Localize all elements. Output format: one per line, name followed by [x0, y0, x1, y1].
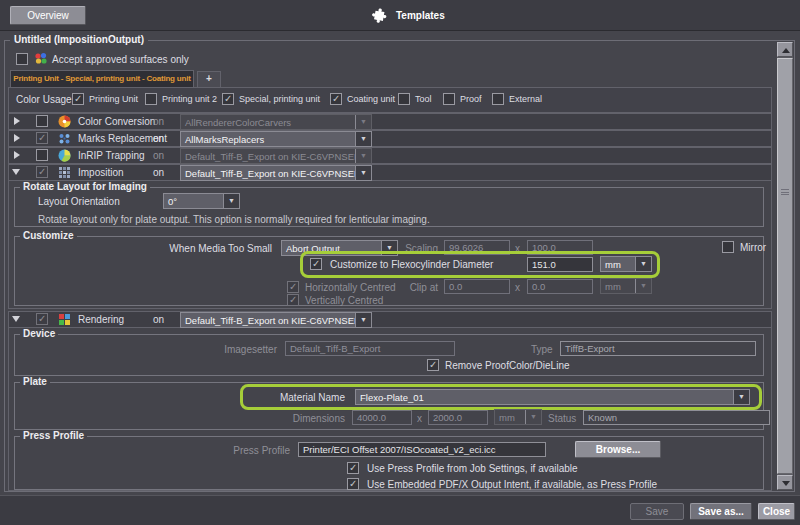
color-usage-tool-checkbox[interactable]: [398, 93, 410, 105]
vertically-centred-label: Vertically Centred: [305, 295, 383, 306]
approved-surfaces-icon: [34, 52, 48, 65]
use-press-profile-job-settings-checkbox[interactable]: [347, 462, 359, 474]
material-name-dropdown[interactable]: Flexo-Plate_01: [355, 389, 750, 405]
save-button[interactable]: Save: [630, 503, 684, 520]
color-usage-special-printing-unit-checkbox[interactable]: [222, 93, 234, 105]
dimensions-label: Dimensions: [255, 413, 345, 424]
color-usage-coating-unit-checkbox[interactable]: [330, 93, 342, 105]
horizontally-centred-checkbox[interactable]: [287, 281, 299, 293]
remove-proofcolor-dieline-checkbox[interactable]: [427, 359, 439, 371]
color-usage-proof-checkbox[interactable]: [443, 93, 455, 105]
scrollbar-up-button[interactable]: [777, 42, 793, 57]
accept-approved-checkbox[interactable]: [16, 53, 28, 65]
vertically-centred-checkbox[interactable]: [287, 294, 299, 306]
accept-approved-label: Accept approved surfaces only: [52, 54, 189, 65]
dimensions-multiply-label: x: [417, 413, 422, 424]
status-field[interactable]: Known: [583, 410, 770, 425]
inrip-trapping-icon: [58, 149, 71, 162]
flexocylinder-label: Customize to Flexocylinder Diameter: [330, 259, 493, 270]
imposition-output-window: Overview Templates Untitled (ImpositionO…: [0, 0, 800, 525]
color-usage-label: Color Usage:: [16, 94, 74, 105]
scrollbar-thumb[interactable]: [777, 58, 793, 474]
when-media-too-small-label: When Media Too Small: [160, 243, 272, 254]
dimensions-unit-dropdown[interactable]: mm: [494, 409, 542, 425]
tab-printing-units[interactable]: Printing Unit - Special, printing unit -…: [10, 70, 194, 87]
color-usage-external-checkbox[interactable]: [492, 93, 504, 105]
color-usage-item-label: Proof: [460, 94, 482, 104]
down-arrow-icon: [782, 481, 790, 486]
scrollbar-grip-icon: [781, 189, 789, 195]
device-group-title: Device: [20, 328, 58, 339]
inrip-trapping-enable-checkbox[interactable]: [36, 149, 48, 161]
color-usage-item-label: Tool: [415, 94, 432, 104]
flexocylinder-diameter-field[interactable]: 151.0: [527, 257, 593, 272]
dimensions-x-field[interactable]: 4000.0: [352, 410, 412, 425]
browse-button[interactable]: Browse...: [575, 441, 661, 458]
press-profile-field[interactable]: Printer/ECI Offset 2007/ISOcoated_v2_eci…: [298, 442, 546, 457]
type-field[interactable]: TiffB-Export: [560, 341, 756, 356]
rotate-layout-group-title: Rotate Layout for Imaging: [20, 181, 150, 192]
marks-replacement-enable-checkbox[interactable]: [36, 132, 48, 144]
use-embedded-pdfx-checkbox[interactable]: [347, 478, 359, 490]
imposition-enable-checkbox[interactable]: [36, 166, 48, 178]
customize-flexocylinder-checkbox[interactable]: [310, 258, 322, 270]
imagesetter-label: Imagesetter: [180, 344, 277, 355]
clip-at-label: Clip at: [350, 282, 438, 293]
press-profile-label: Press Profile: [215, 445, 290, 456]
status-label: Status: [548, 413, 576, 424]
dimensions-y-field[interactable]: 2000.0: [428, 410, 488, 425]
clip-x-field[interactable]: 0.0: [444, 279, 510, 294]
row-on-label: on: [153, 150, 164, 161]
row-on-label: on: [153, 116, 164, 127]
row-on-label: on: [153, 133, 164, 144]
overview-button[interactable]: Overview: [10, 6, 86, 25]
inrip-trapping-target-dropdown[interactable]: Default_Tiff-B_Export on KIE-C6VPNSERV01: [180, 148, 372, 164]
color-usage-item-label: Coating unit: [347, 94, 395, 104]
row-on-label: on: [153, 314, 164, 325]
remove-proofcolor-dieline-label: Remove ProofColor/DieLine: [445, 360, 570, 371]
color-usage-printing-unit-checkbox[interactable]: [72, 93, 84, 105]
rendering-target-dropdown[interactable]: Default_Tiff-B_Export on KIE-C6VPNSERV01: [180, 312, 372, 328]
layout-orientation-label: Layout Orientation: [38, 196, 120, 207]
row-label: InRIP Trapping: [78, 150, 145, 161]
plate-group-title: Plate: [20, 376, 50, 387]
puzzle-icon: [372, 7, 390, 25]
color-conversion-icon: [58, 115, 71, 128]
scrollbar-down-button[interactable]: [777, 475, 793, 490]
add-tab-button[interactable]: +: [197, 71, 221, 87]
color-conversion-target-dropdown[interactable]: AllRendererColorCarvers: [180, 114, 372, 130]
imagesetter-field[interactable]: Default_Tiff-B_Export: [285, 341, 455, 356]
rotate-layout-note: Rotate layout only for plate output. Thi…: [38, 214, 430, 225]
row-label: Imposition: [78, 167, 124, 178]
close-button[interactable]: Close: [758, 503, 795, 520]
flexocylinder-unit-dropdown[interactable]: mm: [600, 256, 652, 272]
customize-group-title: Customize: [20, 230, 77, 241]
templates-label: Templates: [396, 10, 445, 21]
collapse-arrow-icon[interactable]: [12, 169, 20, 175]
color-usage-item-label: Printing unit 2: [162, 94, 217, 104]
mirror-checkbox[interactable]: [722, 241, 734, 253]
imposition-target-dropdown[interactable]: Default_Tiff-B_Export on KIE-C6VPNSERV01: [180, 165, 372, 181]
save-as-button[interactable]: Save as...: [690, 503, 752, 520]
layout-orientation-dropdown[interactable]: 0°: [163, 193, 240, 209]
collapse-arrow-icon[interactable]: [12, 316, 20, 322]
use-embedded-pdfx-label: Use Embedded PDF/X Output Intent, if ava…: [367, 479, 657, 490]
expand-arrow-icon[interactable]: [14, 134, 20, 142]
marks-replacement-icon: [58, 132, 71, 145]
type-label: Type: [531, 344, 553, 355]
row-label: Color Conversion: [78, 116, 155, 127]
clip-multiply-label: x: [515, 282, 520, 293]
top-toolbar: Overview Templates: [0, 0, 800, 31]
clip-unit-dropdown[interactable]: mm: [600, 278, 652, 294]
clip-y-field[interactable]: 0.0: [527, 279, 593, 294]
expand-arrow-icon[interactable]: [14, 151, 20, 159]
templates-menu[interactable]: Templates: [372, 5, 445, 26]
color-usage-item-label: Special, printing unit: [239, 94, 320, 104]
marks-replacement-target-dropdown[interactable]: AllMarksReplacers: [180, 131, 372, 147]
up-arrow-icon: [782, 48, 790, 53]
expand-arrow-icon[interactable]: [14, 117, 20, 125]
color-conversion-enable-checkbox[interactable]: [36, 115, 48, 127]
color-usage-printing-unit-2-checkbox[interactable]: [145, 93, 157, 105]
rendering-enable-checkbox[interactable]: [36, 313, 48, 325]
row-label: Rendering: [78, 314, 124, 325]
